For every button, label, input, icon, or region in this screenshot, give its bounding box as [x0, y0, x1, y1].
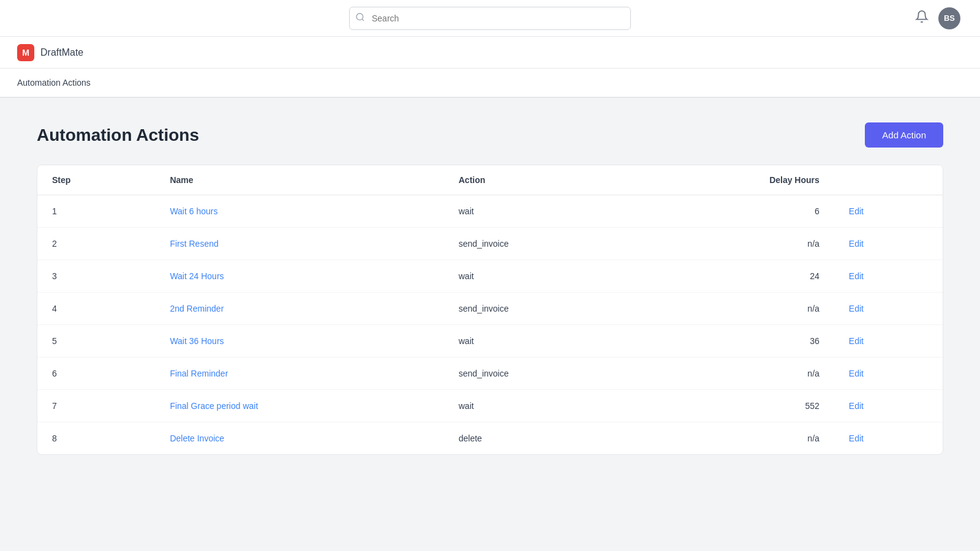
notification-bell-icon[interactable]: [915, 10, 929, 26]
edit-link[interactable]: Edit: [849, 206, 864, 216]
column-header-action: Action: [444, 165, 639, 195]
edit-link[interactable]: Edit: [849, 336, 864, 346]
cell-delay-hours: 552: [639, 390, 834, 422]
cell-action: wait: [444, 325, 639, 358]
cell-action: send_invoice: [444, 358, 639, 390]
cell-edit: Edit: [834, 195, 943, 228]
cell-step: 5: [37, 325, 155, 358]
edit-link[interactable]: Edit: [849, 271, 864, 281]
row-name-link[interactable]: Final Reminder: [170, 369, 228, 378]
cell-edit: Edit: [834, 422, 943, 455]
cell-name: Final Reminder: [155, 358, 443, 390]
row-name-link[interactable]: 2nd Reminder: [170, 304, 224, 313]
breadcrumb-bar: Automation Actions: [0, 69, 980, 98]
breadcrumb: Automation Actions: [17, 78, 91, 88]
cell-name: Wait 24 Hours: [155, 260, 443, 293]
table-row: 2 First Resend send_invoice n/a Edit: [37, 228, 943, 260]
row-name-link[interactable]: Wait 6 hours: [170, 206, 217, 216]
brand-bar: M DraftMate: [0, 37, 980, 69]
cell-delay-hours: 6: [639, 195, 834, 228]
cell-action: send_invoice: [444, 228, 639, 260]
cell-step: 4: [37, 293, 155, 325]
cell-action: send_invoice: [444, 293, 639, 325]
top-nav-right: BS: [915, 7, 960, 29]
column-header-delay-hours: Delay Hours: [639, 165, 834, 195]
page-header: Automation Actions Add Action: [37, 122, 943, 148]
table-row: 6 Final Reminder send_invoice n/a Edit: [37, 358, 943, 390]
brand-name: DraftMate: [40, 47, 83, 58]
svg-point-0: [356, 13, 363, 20]
cell-step: 2: [37, 228, 155, 260]
cell-step: 7: [37, 390, 155, 422]
cell-name: Delete Invoice: [155, 422, 443, 455]
cell-edit: Edit: [834, 260, 943, 293]
cell-edit: Edit: [834, 390, 943, 422]
cell-edit: Edit: [834, 228, 943, 260]
row-name-link[interactable]: First Resend: [170, 239, 218, 249]
table-row: 4 2nd Reminder send_invoice n/a Edit: [37, 293, 943, 325]
row-name-link[interactable]: Delete Invoice: [170, 433, 224, 443]
table-row: 7 Final Grace period wait wait 552 Edit: [37, 390, 943, 422]
cell-action: wait: [444, 390, 639, 422]
search-wrapper: [349, 7, 631, 30]
edit-link[interactable]: Edit: [849, 304, 864, 313]
add-action-button[interactable]: Add Action: [865, 122, 943, 148]
cell-delay-hours: n/a: [639, 422, 834, 455]
user-avatar[interactable]: BS: [938, 7, 960, 29]
svg-line-1: [362, 19, 364, 21]
cell-name: 2nd Reminder: [155, 293, 443, 325]
column-header-name: Name: [155, 165, 443, 195]
cell-name: Wait 36 Hours: [155, 325, 443, 358]
cell-delay-hours: n/a: [639, 228, 834, 260]
table-row: 3 Wait 24 Hours wait 24 Edit: [37, 260, 943, 293]
cell-step: 1: [37, 195, 155, 228]
cell-edit: Edit: [834, 325, 943, 358]
row-name-link[interactable]: Wait 24 Hours: [170, 271, 224, 281]
cell-delay-hours: n/a: [639, 293, 834, 325]
main-content: Automation Actions Add Action Step Name …: [0, 98, 980, 479]
column-header-step: Step: [37, 165, 155, 195]
page-title: Automation Actions: [37, 126, 199, 145]
cell-delay-hours: n/a: [639, 358, 834, 390]
cell-delay-hours: 24: [639, 260, 834, 293]
table-row: 1 Wait 6 hours wait 6 Edit: [37, 195, 943, 228]
row-name-link[interactable]: Wait 36 Hours: [170, 336, 224, 346]
table-row: 8 Delete Invoice delete n/a Edit: [37, 422, 943, 455]
cell-step: 8: [37, 422, 155, 455]
edit-link[interactable]: Edit: [849, 369, 864, 378]
cell-action: delete: [444, 422, 639, 455]
cell-edit: Edit: [834, 293, 943, 325]
cell-name: Final Grace period wait: [155, 390, 443, 422]
table-row: 5 Wait 36 Hours wait 36 Edit: [37, 325, 943, 358]
row-name-link[interactable]: Final Grace period wait: [170, 401, 258, 411]
cell-name: Wait 6 hours: [155, 195, 443, 228]
top-nav: BS: [0, 0, 980, 37]
column-header-actions: [834, 165, 943, 195]
search-icon: [355, 12, 365, 24]
edit-link[interactable]: Edit: [849, 433, 864, 443]
cell-action: wait: [444, 195, 639, 228]
automation-actions-table: Step Name Action Delay Hours 1 Wait 6 ho…: [37, 165, 943, 455]
edit-link[interactable]: Edit: [849, 401, 864, 411]
cell-step: 3: [37, 260, 155, 293]
cell-action: wait: [444, 260, 639, 293]
table-header-row: Step Name Action Delay Hours: [37, 165, 943, 195]
cell-step: 6: [37, 358, 155, 390]
brand-logo: M: [17, 44, 34, 61]
cell-delay-hours: 36: [639, 325, 834, 358]
cell-edit: Edit: [834, 358, 943, 390]
cell-name: First Resend: [155, 228, 443, 260]
edit-link[interactable]: Edit: [849, 239, 864, 249]
search-input[interactable]: [349, 7, 631, 30]
